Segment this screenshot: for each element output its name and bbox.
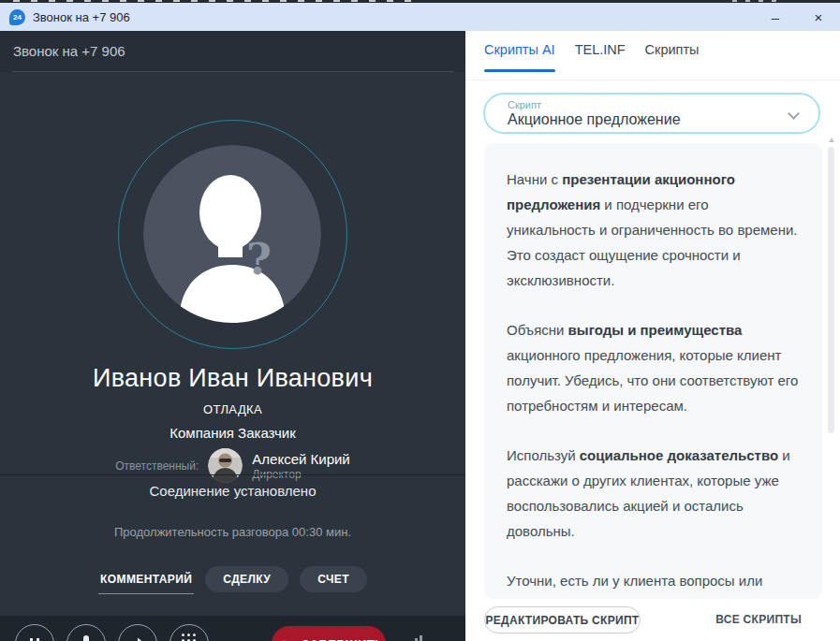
hangup-label: ЗАВЕРШИТЬ: [302, 637, 384, 641]
call-action-row: КОММЕНТАРИЙ СДЕЛКУ СЧЕТ: [0, 566, 465, 594]
header-divider: [12, 71, 453, 72]
dialpad-button[interactable]: [169, 624, 209, 641]
scroll-up-icon[interactable]: [829, 138, 834, 142]
window-title: Звонок на +7 906: [33, 10, 130, 24]
tab-tel-inf[interactable]: TEL.INF: [575, 42, 626, 72]
call-duration: Продолжительность разговора 00:30 мин.: [0, 525, 465, 539]
call-header: Звонок на +7 906: [0, 31, 465, 72]
svg-text:?: ?: [246, 234, 272, 284]
script-select-label: Скрипт: [508, 99, 781, 110]
script-paragraph: Начни с презентации акционного предложен…: [507, 167, 800, 293]
all-scripts-link[interactable]: ВСЕ СКРИПТЫ: [715, 613, 802, 626]
contact-block: Иванов Иван Иванович ОТЛАДКА Компания За…: [0, 364, 465, 483]
call-status: Соединение установлено: [0, 483, 465, 499]
responsible-avatar: [208, 448, 243, 483]
minimize-button[interactable]: –: [754, 3, 797, 31]
scrollbar-thumb[interactable]: [828, 147, 834, 433]
person-silhouette-icon: ?: [143, 145, 321, 323]
deal-button[interactable]: СДЕЛКУ: [205, 566, 288, 592]
responsible-row: Ответственный: Алексей Кирий Директор: [0, 448, 465, 483]
script-select[interactable]: Скрипт Акционное предложение: [483, 93, 820, 134]
signal-quality-icon[interactable]: [401, 634, 422, 641]
arrow-right-icon: [129, 636, 146, 641]
close-button[interactable]: ×: [797, 3, 840, 31]
mute-button[interactable]: [66, 624, 106, 641]
hold-button[interactable]: [15, 624, 54, 641]
edit-script-button[interactable]: РЕДАКТИРОВАТЬ СКРИПТ: [484, 606, 641, 634]
script-paragraph: Объясни выгоды и преимущества акционного…: [507, 317, 800, 418]
script-text: Начни с презентации акционного предложен…: [484, 143, 822, 599]
contact-avatar: ?: [118, 120, 347, 349]
background-window-tabs-right: [732, 0, 779, 2]
scripts-tabs: Скрипты AI TEL.INF Скрипты: [484, 42, 700, 72]
pause-icon: [30, 638, 39, 641]
script-paragraph: Уточни, есть ли у клиента вопросы или со…: [507, 568, 800, 599]
responsible-name[interactable]: Алексей Кирий: [252, 451, 349, 467]
call-panel: Звонок на +7 906 ? Иванов Иван Иванович …: [0, 31, 465, 641]
contact-label: ОТЛАДКА: [0, 402, 465, 416]
tab-scripts-ai[interactable]: Скрипты AI: [484, 42, 555, 72]
scripts-panel: Скрипты AI TEL.INF Скрипты Скрипт Акцион…: [465, 31, 840, 641]
invoice-button[interactable]: СЧЕТ: [300, 566, 367, 592]
call-controls-bar: [0, 616, 465, 641]
microphone-icon: [78, 634, 95, 641]
transfer-button[interactable]: [118, 624, 157, 641]
hangup-button[interactable]: ЗАВЕРШИТЬ: [272, 626, 386, 641]
call-header-title: Звонок на +7 906: [13, 31, 125, 72]
bitrix24-icon: 24: [9, 9, 25, 25]
window-titlebar: 24 Звонок на +7 906 – ×: [0, 3, 840, 31]
script-paragraph: Используй социальное доказательство и ра…: [507, 443, 800, 544]
responsible-label: Ответственный:: [115, 459, 199, 473]
comment-button[interactable]: КОММЕНТАРИЙ: [98, 566, 194, 594]
contact-name: Иванов Иван Иванович: [0, 364, 465, 393]
tabs-divider: [465, 80, 840, 80]
script-select-value: Акционное предложение: [508, 111, 781, 128]
contact-company[interactable]: Компания Заказчик: [0, 425, 465, 441]
section-divider: [0, 474, 465, 475]
chevron-down-icon: [788, 108, 800, 120]
background-window-tabs: [13, 0, 416, 2]
tab-scripts[interactable]: Скрипты: [645, 42, 700, 72]
dialpad-icon: [182, 634, 197, 641]
